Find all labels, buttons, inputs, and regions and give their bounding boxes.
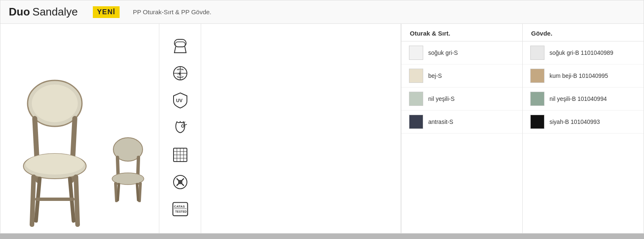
siyah-b-swatch — [530, 115, 544, 129]
middle-section — [201, 24, 401, 233]
yeni-badge: YENİ — [93, 6, 120, 18]
color-row-soguk-gri-b: soğuk gri-B 1101040989 — [523, 41, 644, 64]
soguk-gri-b-swatch — [530, 46, 544, 60]
icons-section: -❄ UV — [159, 24, 201, 233]
svg-text:CATAS: CATAS — [174, 205, 185, 208]
stackable-icon — [171, 37, 189, 55]
kum-beji-b-swatch — [530, 69, 544, 83]
weather-resist-icon: -❄ — [171, 64, 189, 82]
svg-rect-19 — [174, 39, 186, 47]
svg-rect-10 — [35, 198, 74, 201]
svg-line-22 — [185, 47, 186, 53]
material-icon — [171, 146, 189, 164]
soguk-gri-s-label: soğuk gri-S — [428, 49, 458, 56]
svg-point-5 — [26, 154, 84, 175]
soguk-gri-s-swatch — [409, 46, 423, 60]
bej-s-label: bej-S — [428, 72, 442, 79]
catas-tested-badge: CATAS TESTED — [171, 202, 189, 220]
colors-section: Oturak & Sırt. soğuk gri-S bej-S nil yeş… — [401, 24, 644, 233]
header-description: PP Oturak-Sırt & PP Gövde. — [133, 8, 212, 15]
svg-text:UV: UV — [176, 98, 183, 103]
chair-front-icon — [11, 74, 99, 229]
nil-yesili-b-swatch — [530, 92, 544, 106]
svg-point-1 — [32, 85, 78, 122]
nil-yesili-b-label: nil yeşili-B 101040994 — [549, 95, 607, 102]
siyah-b-label: siyah-B 101040993 — [549, 118, 600, 125]
govde-column: Gövde. soğuk gri-B 1101040989 kum beji-B… — [523, 24, 644, 233]
product-title-light: Sandalye — [33, 5, 78, 18]
nil-yesili-s-swatch — [409, 92, 423, 106]
chair-images — [5, 28, 155, 229]
header-row: DuoSandalye YENİ PP Oturak-Sırt & PP Göv… — [0, 0, 644, 24]
maintenance-icon — [171, 173, 189, 191]
svg-line-21 — [174, 47, 176, 53]
kum-beji-b-label: kum beji-B 101040995 — [549, 72, 608, 79]
nil-yesili-s-label: nil yeşili-S — [428, 95, 455, 102]
color-row-soguk-gri-s: soğuk gri-S — [401, 41, 522, 64]
product-title-bold: Duo — [9, 5, 30, 18]
oturak-sirt-column: Oturak & Sırt. soğuk gri-S bej-S nil yeş… — [401, 24, 523, 233]
color-row-bej-s: bej-S — [401, 64, 522, 87]
svg-rect-20 — [175, 42, 185, 47]
bej-s-swatch — [409, 69, 423, 83]
svg-point-31 — [181, 125, 184, 127]
govde-header: Gövde. — [523, 24, 644, 41]
cleanable-icon — [171, 118, 189, 137]
color-row-nil-yesili-b: nil yeşili-B 101040994 — [523, 87, 644, 111]
product-card: DuoSandalye YENİ PP Oturak-Sırt & PP Göv… — [0, 0, 644, 234]
svg-text:-❄: -❄ — [177, 72, 181, 76]
color-row-siyah-b: siyah-B 101040993 — [523, 111, 644, 134]
antrasit-s-label: antrasit-S — [428, 118, 453, 125]
antrasit-s-swatch — [409, 115, 423, 129]
soguk-gri-b-label: soğuk gri-B 1101040989 — [549, 49, 613, 56]
oturak-sirt-header: Oturak & Sırt. — [401, 24, 522, 41]
color-row-antrasit-s: antrasit-S — [401, 111, 522, 134]
chair-back-icon — [107, 137, 149, 204]
images-section — [0, 24, 159, 233]
footer-bar — [0, 234, 644, 239]
color-row-nil-yesili-s: nil yeşili-S — [401, 87, 522, 111]
svg-text:TESTED: TESTED — [175, 211, 187, 213]
content-row: -❄ UV — [0, 24, 644, 233]
color-row-kum-beji-b: kum beji-B 101040995 — [523, 64, 644, 87]
uv-shield-icon: UV — [171, 91, 189, 110]
